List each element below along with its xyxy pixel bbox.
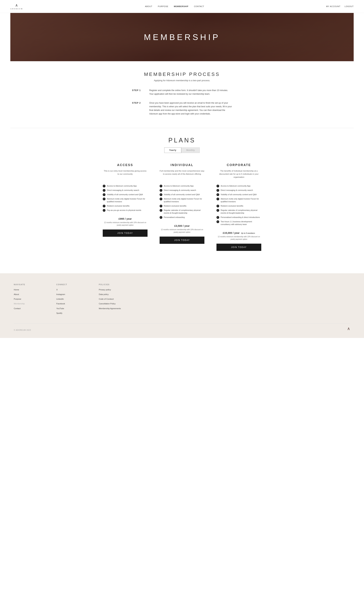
feature-item: ✓Visibility of all community content and… <box>103 193 147 197</box>
nav-membership[interactable]: MEMBERSHIP <box>174 5 189 7</box>
plan-access: ACCESS This is our entry level membershi… <box>99 160 151 256</box>
plan-corporate-price-note: 12 months minimum membership with 10% di… <box>217 235 261 240</box>
check-icon: ✓ <box>217 185 219 187</box>
plan-corporate-name: CORPORATE <box>227 163 251 167</box>
feature-item: ✓Personalised onboarding & direct introd… <box>217 215 261 220</box>
footer-membership[interactable]: Membership <box>14 302 50 305</box>
plan-individual-features: ✓Access to Adoreum community App ✓Direct… <box>160 184 204 220</box>
footer-cancellation[interactable]: Cancellation Policy <box>99 302 134 305</box>
my-account-link[interactable]: MY ACCOUNT <box>326 5 340 7</box>
step-2-label: STEP 2 <box>132 101 144 104</box>
plan-corporate-price: £15,000 / year Up to 5 members <box>223 231 255 234</box>
logo-icon: ∧ <box>15 3 18 8</box>
step-1: STEP 1 Register and complete the online … <box>132 89 232 96</box>
account-navigation: MY ACCOUNT LOGOUT <box>326 5 354 7</box>
footer-spotify[interactable]: Spotify <box>56 312 92 315</box>
check-icon: ✓ <box>103 205 105 207</box>
footer-privacy[interactable]: Privacy policy <box>99 288 134 291</box>
feature-item: ✓Direct messaging & community search <box>160 188 204 193</box>
check-icon: ✓ <box>160 216 162 219</box>
feature-item: ✓Access to Adoreum community App <box>103 184 147 188</box>
footer-policies: POLICIES Privacy policy Data policy Code… <box>99 284 134 317</box>
steps-container: STEP 1 Register and complete the online … <box>132 89 232 116</box>
check-icon: ✓ <box>160 209 162 212</box>
site-footer: NAVIGATE Home About Purpose Membership C… <box>0 273 364 338</box>
footer-x[interactable]: X <box>56 288 92 291</box>
step-2-text: Once you have been approved you will rec… <box>149 101 232 116</box>
footer-facebook[interactable]: Facebook <box>56 302 92 305</box>
check-icon: ✓ <box>217 198 219 200</box>
membership-process-section: MEMBERSHIP PROCESS Applying for Adoreum … <box>0 61 364 126</box>
access-join-button[interactable]: JOIN TODAY <box>103 229 147 237</box>
check-icon: ✓ <box>160 205 162 207</box>
footer-navigate-title: NAVIGATE <box>14 284 50 286</box>
check-icon: ✓ <box>160 185 162 187</box>
plan-access-price-note: 12 months minimum membership with 10% di… <box>103 221 147 226</box>
feature-item: ✓Direct messaging & community search <box>103 188 147 193</box>
price-tag: Up to 5 members <box>241 232 255 234</box>
footer-linkedin[interactable]: LinkedIn <box>56 298 92 300</box>
footer-agreements[interactable]: Membership Agreements <box>99 307 134 310</box>
individual-join-button[interactable]: JOIN TODAY <box>160 237 204 244</box>
feature-item: ✓Two-hours 1:1 business development cons… <box>217 220 261 227</box>
nav-contact[interactable]: CONTACT <box>194 5 204 7</box>
check-icon: ✓ <box>160 189 162 192</box>
check-icon: ✓ <box>103 193 105 196</box>
monthly-toggle[interactable]: Monthly <box>181 147 200 153</box>
check-icon: ✓ <box>217 205 219 207</box>
nav-purpose[interactable]: PURPOSE <box>158 5 168 7</box>
feature-item: ✓Redeem exclusive benefits <box>217 204 261 208</box>
feature-item: ✓Visibility of all community content and… <box>217 193 261 197</box>
check-icon: ✓ <box>103 209 105 212</box>
feature-item: ✓Redeem exclusive benefits <box>103 204 147 208</box>
footer-home[interactable]: Home <box>14 288 50 291</box>
plan-individual-price: £3,500 / year <box>174 224 190 227</box>
main-navigation: ABOUT PURPOSE MEMBERSHIP CONTACT <box>145 5 204 7</box>
footer-navigate: NAVIGATE Home About Purpose Membership C… <box>14 284 50 317</box>
step-1-text: Register and complete the online form. I… <box>149 89 232 96</box>
plans-title: PLANS <box>10 137 354 144</box>
footer-connect: CONNECT X Instagram LinkedIn Facebook Yo… <box>56 284 92 317</box>
feature-item: ✓Regular calendar of complimentary physi… <box>160 208 204 215</box>
plan-access-price: £995 / year <box>119 217 132 220</box>
corporate-join-button[interactable]: JOIN TODAY <box>217 244 261 251</box>
plan-access-name: ACCESS <box>117 163 133 167</box>
logo-text: ADOREUM <box>10 8 23 10</box>
logo[interactable]: ∧ ADOREUM <box>10 3 23 10</box>
footer-about[interactable]: About <box>14 293 50 296</box>
hero-title: MEMBERSHIP <box>144 32 220 42</box>
plan-access-features: ✓Access to Adoreum community App ✓Direct… <box>103 184 147 212</box>
feature-item: ✓Adoreum invite-only digital Investor Fo… <box>160 197 204 204</box>
nav-about[interactable]: ABOUT <box>145 5 152 7</box>
footer-contact[interactable]: Contact <box>14 307 50 310</box>
check-icon: ✓ <box>103 198 105 200</box>
billing-toggle: Yearly Monthly <box>10 147 354 153</box>
plan-access-desc: This is our entry level membership givin… <box>103 169 147 180</box>
check-icon: ✓ <box>103 189 105 192</box>
feature-item: ✓Access to Adoreum community App <box>217 184 261 188</box>
site-header: ∧ ADOREUM ABOUT PURPOSE MEMBERSHIP CONTA… <box>0 0 364 13</box>
check-icon: ✓ <box>160 198 162 200</box>
hero-section: MEMBERSHIP <box>10 13 354 61</box>
feature-item: ✓Access to Adoreum community App <box>160 184 204 188</box>
feature-item: ✓Regular calendar of complimentary physi… <box>217 208 261 215</box>
footer-data[interactable]: Data policy <box>99 293 134 296</box>
yearly-toggle[interactable]: Yearly <box>164 147 181 153</box>
plans-grid: ACCESS This is our entry level membershi… <box>99 160 265 256</box>
feature-item: ✓Visibility of all community content and… <box>160 193 204 197</box>
footer-instagram[interactable]: Instagram <box>56 293 92 296</box>
footer-purpose[interactable]: Purpose <box>14 298 50 300</box>
plan-individual: INDIVIDUAL Full membership and the most … <box>156 160 208 256</box>
process-subtitle: Applying for Adoreum membership is a two… <box>17 79 347 82</box>
feature-item: ✓Adoreum invite-only digital Investor Fo… <box>103 197 147 204</box>
footer-code[interactable]: Code of Conduct <box>99 298 134 300</box>
feature-item: ✓Adoreum invite-only digital Investor Fo… <box>217 197 261 204</box>
footer-youtube[interactable]: YouTube <box>56 307 92 310</box>
feature-item: ✓Personalised onboarding <box>160 215 204 220</box>
check-icon: ✓ <box>217 209 219 212</box>
feature-item: ✓Direct messaging & community search <box>217 188 261 193</box>
step-1-label: STEP 1 <box>132 89 144 92</box>
plan-corporate-desc: The benefits of Individual membership at… <box>217 169 261 180</box>
logout-link[interactable]: LOGOUT <box>345 5 354 7</box>
check-icon: ✓ <box>217 220 219 223</box>
